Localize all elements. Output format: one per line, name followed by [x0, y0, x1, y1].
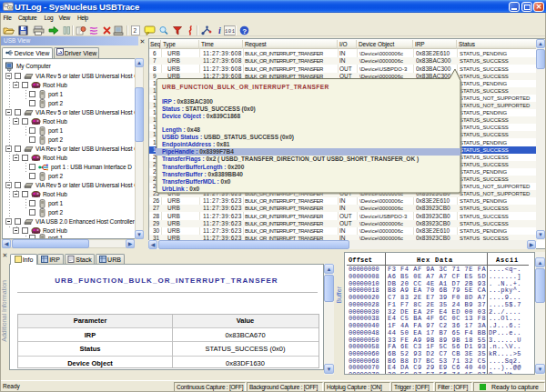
- svg-text:101: 101: [225, 28, 236, 35]
- svg-text:i: i: [218, 25, 221, 35]
- svg-text:?: ?: [242, 27, 247, 35]
- svg-text:2: 2: [134, 27, 137, 34]
